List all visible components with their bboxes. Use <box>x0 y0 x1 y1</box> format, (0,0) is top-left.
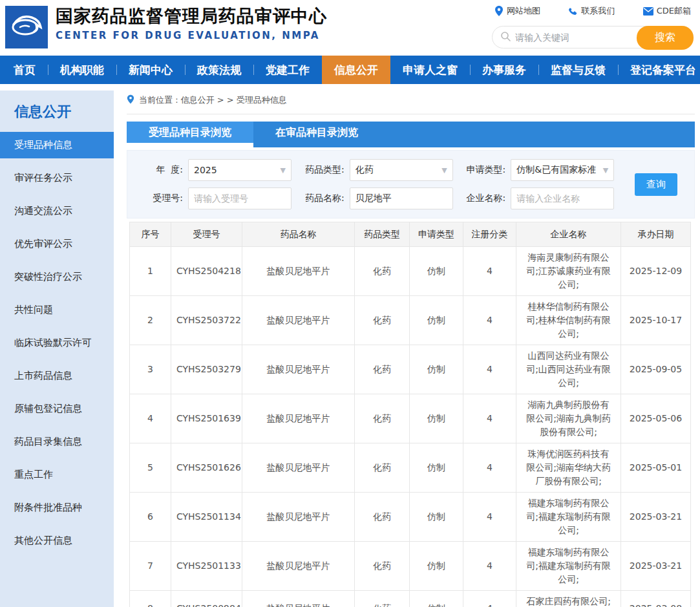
drug-type: 化药 <box>355 542 410 591</box>
sidebar-item[interactable]: 优先审评公示 <box>0 231 114 257</box>
nav-item[interactable]: 政策法规 <box>185 56 253 84</box>
sidebar-item[interactable]: 原辅包登记信息 <box>0 396 114 422</box>
nav-item[interactable]: 信息公开 <box>322 56 390 84</box>
sitemap-link[interactable]: 网站地图 <box>494 5 540 17</box>
company-name-text-input[interactable] <box>516 193 608 204</box>
sidebar-item[interactable]: 沟通交流公示 <box>0 198 114 224</box>
handle-date: 2025-03-21 <box>621 493 691 542</box>
search-button[interactable]: 搜索 <box>637 26 694 50</box>
sidebar-item[interactable]: 其他公开信息 <box>0 527 114 554</box>
row-index: 8 <box>130 591 171 607</box>
company-name: 山西同达药业有限公司;山西同达药业有限公司; <box>516 345 621 394</box>
sidebar-item[interactable]: 共性问题 <box>0 297 114 323</box>
drug-name: 盐酸贝尼地平片 <box>242 443 355 493</box>
apply-type: 仿制 <box>410 591 463 607</box>
site-title: 国家药品监督管理局药品审评中心 <box>56 5 327 27</box>
nav-item[interactable]: 办事服务 <box>470 56 538 84</box>
sidebar-item[interactable]: 受理品种信息 <box>0 132 114 158</box>
nav-item[interactable]: 登记备案平台 <box>618 56 700 84</box>
registration-class: 4 <box>463 542 516 591</box>
chevron-down-icon: ▼ <box>441 166 447 175</box>
row-index: 3 <box>130 345 171 394</box>
company-name: 福建东瑞制药有限公司;福建东瑞制药有限公司; <box>516 542 621 591</box>
drug-type: 化药 <box>355 394 410 443</box>
row-index: 7 <box>130 542 171 591</box>
site-header: 国家药品监督管理局药品审评中心 CENTER FOR DRUG EVALUATI… <box>0 0 700 56</box>
drug-type: 化药 <box>355 591 410 607</box>
drug-type: 化药 <box>355 493 410 542</box>
apply-type-value: 仿制&已有国家标准 <box>516 164 596 176</box>
sidebar-item[interactable]: 审评任务公示 <box>0 165 114 191</box>
breadcrumb: 当前位置 : 信息公开 > > 受理品种信息 <box>127 92 695 114</box>
column-header: 受理号 <box>171 222 242 247</box>
handle-date: 2025-05-01 <box>621 443 691 493</box>
column-header: 药品名称 <box>242 222 355 247</box>
table-row: 5CYHS2501626盐酸贝尼地平片化药仿制4珠海优润医药科技有限公司;湖南华… <box>130 443 691 493</box>
sidebar-item[interactable]: 临床试验默示许可 <box>0 330 114 356</box>
table-row: 3CYHS2503279盐酸贝尼地平片化药仿制4山西同达药业有限公司;山西同达药… <box>130 345 691 394</box>
drug-name-text-input[interactable] <box>355 193 447 204</box>
table-row: 2CYHS2503722盐酸贝尼地平片化药仿制4桂林华信制药有限公司;桂林华信制… <box>130 296 691 345</box>
drug-type: 化药 <box>355 443 410 493</box>
drug-type: 化药 <box>355 296 410 345</box>
apply-type: 仿制 <box>410 247 463 296</box>
tab-accepted-catalog[interactable]: 受理品种目录浏览 <box>127 122 253 147</box>
company-name: 桂林华信制药有限公司;桂林华信制药有限公司; <box>516 296 621 345</box>
column-header: 注册分类 <box>463 222 516 247</box>
sidebar-item[interactable]: 药品目录集信息 <box>0 429 114 455</box>
sidebar-item[interactable]: 突破性治疗公示 <box>0 264 114 290</box>
nav-item[interactable]: 党建工作 <box>253 56 322 84</box>
nav-item[interactable]: 监督与反馈 <box>538 56 618 84</box>
apply-type: 仿制 <box>410 296 463 345</box>
acceptance-no-text-input[interactable] <box>194 193 286 204</box>
sidebar-title: 信息公开 <box>0 102 114 122</box>
drug-type-select[interactable]: 化药▼ <box>350 159 453 181</box>
handle-date: 2025-09-05 <box>621 345 691 394</box>
sidebar-item[interactable]: 上市药品信息 <box>0 363 114 389</box>
tab-under-review-catalog[interactable]: 在审品种目录浏览 <box>253 122 380 147</box>
sidebar-item[interactable]: 重点工作 <box>0 462 114 488</box>
table-row: 4CYHS2501639盐酸贝尼地平片化药仿制4湖南九典制药股份有限公司;湖南九… <box>130 394 691 443</box>
cde-mail-link[interactable]: CDE邮箱 <box>643 5 691 17</box>
acceptance-no-input[interactable] <box>188 187 292 209</box>
company-name: 海南灵康制药有限公司;江苏诚康药业有限公司; <box>516 247 621 296</box>
registration-class: 4 <box>463 394 516 443</box>
registration-class: 4 <box>463 296 516 345</box>
filter-field-year: 年 度:2025▼ <box>136 159 298 181</box>
drug-name: 盐酸贝尼地平片 <box>242 247 355 296</box>
year-value: 2025 <box>194 165 217 175</box>
handle-date: 2025-12-09 <box>621 247 691 296</box>
company-name: 福建东瑞制药有限公司;福建东瑞制药有限公司; <box>516 493 621 542</box>
year-select[interactable]: 2025▼ <box>188 159 292 181</box>
filter-field-apply-type: 申请类型:仿制&已有国家标准▼ <box>459 159 620 181</box>
filter-label-year: 年 度: <box>136 164 183 176</box>
query-button[interactable]: 查询 <box>635 173 677 196</box>
row-index: 4 <box>130 394 171 443</box>
company-name: 珠海优润医药科技有限公司;湖南华纳大药厂股份有限公司; <box>516 443 621 493</box>
site-titles: 国家药品监督管理局药品审评中心 CENTER FOR DRUG EVALUATI… <box>56 5 327 41</box>
acceptance-number: CYHS2500984 <box>171 591 242 607</box>
drug-name: 盐酸贝尼地平片 <box>242 394 355 443</box>
drug-name: 盐酸贝尼地平片 <box>242 345 355 394</box>
nav-item[interactable]: 首页 <box>1 56 48 84</box>
cde-logo[interactable] <box>5 6 48 48</box>
breadcrumb-pin-icon <box>127 94 134 106</box>
acceptance-number: CYHS2501134 <box>171 493 242 542</box>
drug-type: 化药 <box>355 345 410 394</box>
registration-class: 4 <box>463 443 516 493</box>
column-header: 药品类型 <box>355 222 410 247</box>
filter-field-acceptance-no: 受理号: <box>136 187 298 209</box>
location-pin-icon <box>494 6 504 16</box>
drug-name-input[interactable] <box>350 187 453 209</box>
apply-type-select[interactable]: 仿制&已有国家标准▼ <box>511 159 614 181</box>
contact-us-link[interactable]: 联系我们 <box>568 5 615 17</box>
apply-type: 仿制 <box>410 542 463 591</box>
nav-item[interactable]: 申请人之窗 <box>390 56 470 84</box>
nav-item[interactable]: 机构职能 <box>48 56 116 84</box>
company-name-input[interactable] <box>511 187 614 209</box>
sidebar-item[interactable]: 附条件批准品种 <box>0 495 114 521</box>
table-row: 7CYHS2501133盐酸贝尼地平片化药仿制4福建东瑞制药有限公司;福建东瑞制… <box>130 542 691 591</box>
search-icon <box>500 31 511 44</box>
nav-item[interactable]: 新闻中心 <box>116 56 185 84</box>
apply-type: 仿制 <box>410 345 463 394</box>
